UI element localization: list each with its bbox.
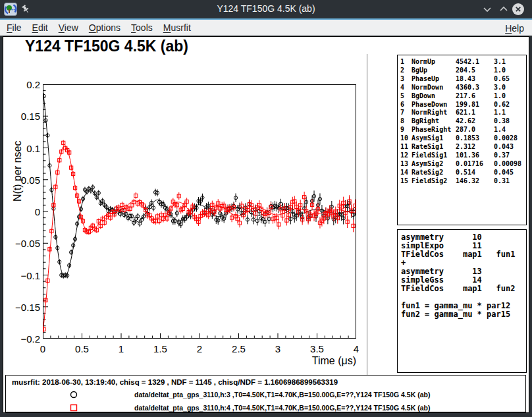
legend-label: data/deltat_pta_gps_3110,h:3 ,T0=4.50K,T… (134, 391, 430, 399)
app-window: ++ Y124 TF150G 4.5K (ab) FileEditViewOpt… (0, 0, 532, 417)
axis-ticks (43, 84, 356, 339)
minimize-button[interactable] (482, 4, 492, 14)
pad-divider (367, 54, 367, 375)
theory-curve (43, 146, 356, 332)
menu-item-help[interactable]: Help (500, 21, 529, 36)
y-tick-label: 0 (3, 206, 40, 216)
parameter-row: 13AsymSig20.017160.00098 (400, 160, 526, 169)
plot-title: Y124 TF150G 4.5K (ab) (25, 38, 188, 55)
x-tick-label: 4 (336, 343, 376, 354)
menu-item-musrfit[interactable]: Musrfit (158, 20, 196, 35)
fit-status-line: musrfit: 2018-06-30, 13:19:40, chisq = 1… (12, 378, 338, 386)
x-tick-label: 3.5 (298, 343, 337, 354)
legend-entry: data/deltat_pta_gps_3110,h:4 ,T0=4.50K,T… (6, 403, 525, 413)
theory-text: asymmetry 10 simplExpo 11 TFieldCos map1… (401, 233, 526, 319)
parameter-row: 12FieldSig1101.360.37 (400, 152, 526, 160)
menu-item-tools[interactable]: Tools (126, 20, 158, 35)
parameter-row: 8BgRight42.620.38 (400, 117, 526, 126)
open-circle-icon (68, 389, 79, 400)
menu-item-view[interactable]: View (53, 20, 84, 35)
plot-frame (43, 85, 356, 339)
theory-curve (43, 90, 356, 277)
window-title: Y124 TF150G 4.5K (ab) (0, 3, 532, 14)
y-tick-label: −0.2 (3, 333, 40, 343)
x-tick-label: 3 (258, 343, 298, 354)
parameter-row: 3PhaseUp18.430.65 (400, 75, 526, 84)
info-panel: musrfit: 2018-06-30, 13:19:40, chisq = 1… (5, 375, 526, 412)
x-axis-title: Time (μs) (284, 355, 356, 367)
root-canvas[interactable]: Y124 TF150G 4.5K (ab) N(t) per nsec Time… (3, 36, 529, 413)
x-tick-label: 1 (101, 343, 141, 354)
parameter-row: 11RateSig12.3120.043 (400, 143, 526, 152)
y-tick-label: 0.05 (3, 175, 40, 184)
parameter-row: 7NormRight621.11.1 (400, 109, 526, 117)
parameter-row: 2BgUp204.51.0 (400, 67, 526, 75)
y-tick-label: 0.2 (3, 79, 40, 89)
y-tick-label: −0.05 (3, 238, 40, 248)
menu-item-options[interactable]: Options (84, 20, 126, 35)
plot-svg[interactable] (43, 84, 356, 339)
theory-box: asymmetry 10 simplExpo 11 TFieldCos map1… (397, 229, 527, 373)
maximize-button[interactable] (498, 4, 509, 14)
title-bar[interactable]: ++ Y124 TF150G 4.5K (ab) (0, 0, 532, 18)
open-square-icon (68, 403, 79, 413)
menu-item-file[interactable]: File (1, 20, 27, 35)
parameter-row: 5BgDown217.61.0 (400, 92, 526, 101)
y-tick-label: 0.1 (3, 143, 40, 153)
close-button[interactable] (512, 3, 525, 16)
parameter-row: 9PhaseRight287.01.4 (400, 126, 526, 134)
parameter-box: 1NormUp4542.13.12BgUp204.51.03PhaseUp18.… (397, 55, 527, 225)
data-markers (43, 94, 356, 279)
parameter-row: 15FieldSig2146.320.31 (400, 177, 526, 186)
legend-label: data/deltat_pta_gps_3110,h:4 ,T0=4.50K,T… (134, 404, 430, 412)
x-tick-label: 1.5 (141, 343, 180, 354)
parameter-row: 6PhaseDown199.810.62 (400, 101, 526, 109)
y-tick-label: 0.15 (3, 111, 40, 121)
parameter-row: 10AsymSig10.18530.0028 (400, 134, 526, 143)
menu-item-edit[interactable]: Edit (27, 20, 53, 35)
y-tick-label: −0.1 (3, 270, 40, 280)
parameter-row: 14RateSig20.5140.045 (400, 169, 526, 177)
x-tick-label: 0 (23, 343, 63, 354)
menu-bar: FileEditViewOptionsToolsMusrfitHelp (0, 20, 532, 36)
x-tick-label: 2.5 (219, 343, 259, 354)
parameter-row: 4NormDown4360.33.0 (400, 84, 526, 92)
legend-entry: data/deltat_pta_gps_3110,h:3 ,T0=4.50K,T… (6, 389, 525, 400)
x-tick-label: 0.5 (63, 343, 102, 354)
data-markers (43, 140, 356, 332)
y-tick-label: −0.15 (3, 302, 40, 312)
x-tick-label: 2 (180, 343, 219, 354)
parameter-row: 1NormUp4542.13.1 (400, 58, 526, 67)
